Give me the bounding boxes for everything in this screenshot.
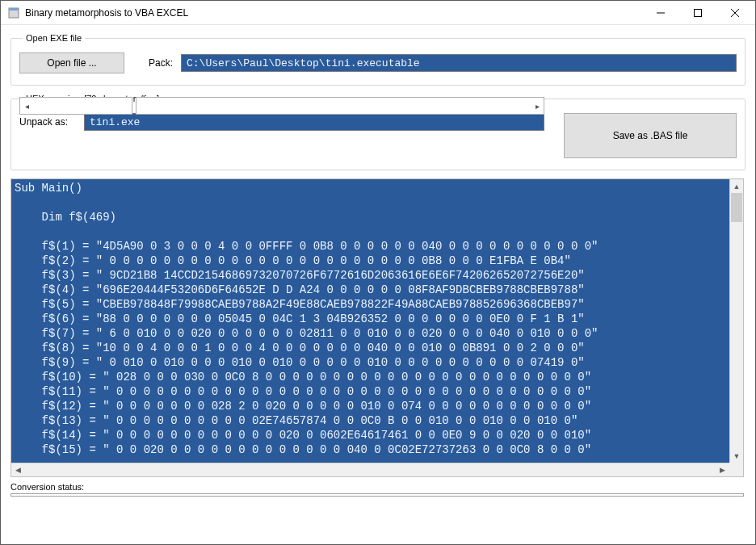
open-file-button[interactable]: Open file ... [19, 52, 124, 73]
scroll-down-icon[interactable]: ▼ [730, 449, 743, 463]
scroll-up-icon[interactable]: ▲ [730, 179, 743, 193]
maximize-button[interactable] [679, 1, 716, 25]
horizontal-scrollbar[interactable]: ◀ ▶ [11, 463, 729, 476]
client-area: Open EXE file Open file ... Pack: C:\Use… [1, 25, 755, 501]
chevron-left-icon[interactable]: ◂ [20, 98, 33, 114]
vertical-scrollbar[interactable]: ▲ ▼ [729, 179, 743, 463]
pack-path-field[interactable]: C:\Users\Paul\Desktop\tini.executable [181, 54, 737, 72]
window-title: Binary metamorphosis to VBA EXCEL [25, 7, 642, 19]
code-output-panel: Sub Main() Dim f$(469) f$(1) = "4D5A90 0… [10, 178, 744, 477]
unpack-as-label: Unpack as: [19, 116, 78, 128]
scroll-corner [729, 463, 743, 476]
conversion-status-bar [10, 493, 744, 497]
unpack-as-field[interactable]: tini.exe [84, 113, 544, 131]
scroll-thumb[interactable] [731, 193, 742, 222]
minimize-button[interactable] [642, 1, 679, 25]
titlebar: Binary metamorphosis to VBA EXCEL [1, 1, 755, 25]
scroll-right-icon[interactable]: ▶ [716, 463, 729, 476]
row-size-slider[interactable]: ◂ ▸ [19, 97, 544, 115]
scroll-left-icon[interactable]: ◀ [11, 463, 25, 476]
hex-row-size-group: HEX row size: [70 characters/line] Unpac… [10, 94, 746, 170]
pack-label: Pack: [149, 57, 173, 69]
chevron-right-icon[interactable]: ▸ [531, 98, 544, 114]
code-textarea[interactable]: Sub Main() Dim f$(469) f$(1) = "4D5A90 0… [11, 179, 732, 463]
save-bas-button[interactable]: Save as .BAS file [564, 113, 737, 158]
app-icon [7, 6, 20, 19]
close-button[interactable] [716, 1, 754, 25]
svg-rect-2 [695, 9, 702, 16]
open-exe-legend: Open EXE file [23, 33, 85, 43]
open-exe-group: Open EXE file Open file ... Pack: C:\Use… [10, 33, 746, 86]
conversion-status-label: Conversion status: [10, 482, 84, 492]
svg-rect-1 [9, 8, 19, 10]
